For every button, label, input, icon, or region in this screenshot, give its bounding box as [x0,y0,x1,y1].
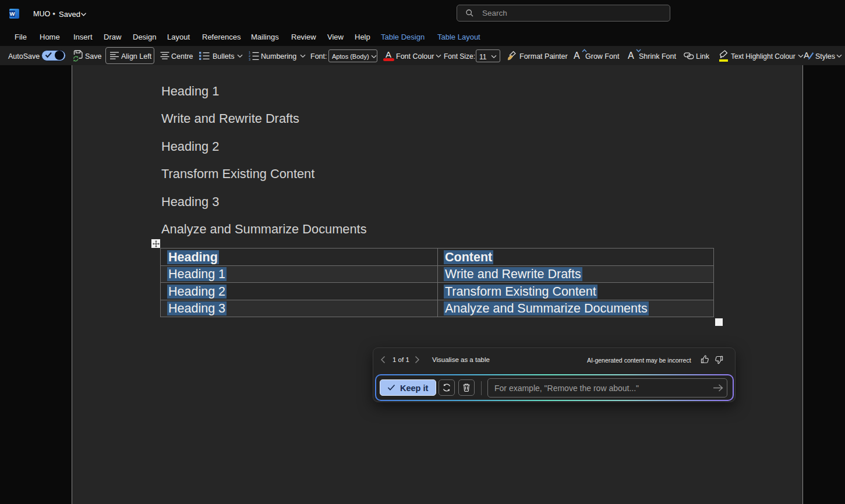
svg-text:3: 3 [249,58,250,61]
svg-text:W: W [10,10,15,17]
